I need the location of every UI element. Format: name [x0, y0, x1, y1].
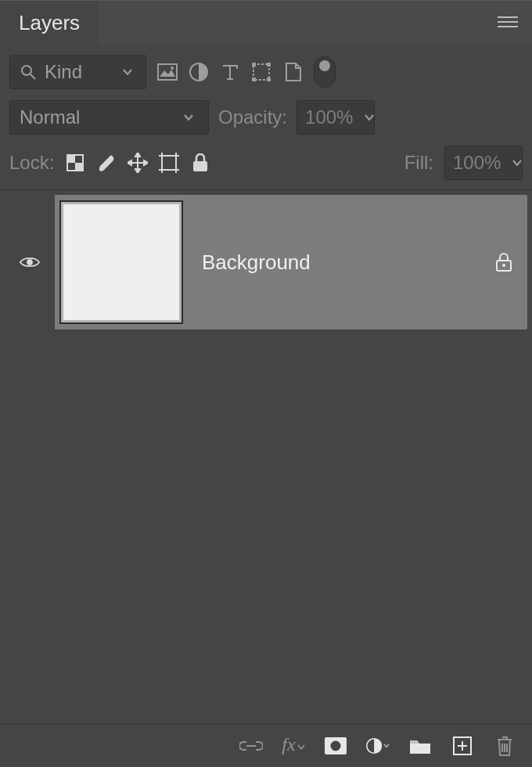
lock-transparent-icon[interactable] — [65, 153, 85, 173]
new-group-button[interactable] — [408, 734, 432, 758]
layer-visibility-toggle[interactable] — [5, 195, 55, 329]
opacity-value: 100% — [305, 106, 353, 128]
fill-value: 100% — [453, 152, 501, 174]
opacity-input[interactable]: 100% — [297, 100, 375, 135]
adjustment-layer-button[interactable] — [366, 734, 390, 758]
tab-layers-label: Layers — [19, 11, 80, 35]
svg-rect-15 — [67, 155, 75, 163]
filter-toggle[interactable] — [314, 56, 336, 88]
svg-rect-16 — [75, 163, 83, 171]
layer-lock-indicator[interactable] — [480, 252, 527, 272]
blend-row: Normal Opacity: 100% — [0, 95, 532, 141]
lock-row: Lock: Fill: 100% — [0, 141, 532, 190]
svg-point-7 — [171, 67, 174, 70]
filter-type-icon[interactable] — [220, 62, 240, 82]
filter-pixel-icon[interactable] — [157, 62, 178, 82]
delete-layer-button[interactable] — [493, 734, 516, 758]
svg-point-29 — [331, 740, 341, 751]
svg-point-4 — [22, 66, 31, 75]
fill-input[interactable]: 100% — [444, 146, 523, 180]
svg-rect-12 — [252, 77, 256, 81]
chevron-down-icon — [117, 62, 138, 82]
hamburger-icon — [498, 13, 518, 34]
blend-mode-dropdown[interactable]: Normal — [9, 100, 209, 135]
eye-icon — [20, 252, 40, 272]
layer-thumbnail[interactable] — [55, 198, 188, 326]
filter-shape-icon[interactable] — [251, 62, 271, 82]
svg-rect-19 — [162, 156, 176, 170]
opacity-label[interactable]: Opacity: — [218, 106, 287, 128]
link-layers-button[interactable] — [239, 734, 263, 758]
search-icon — [18, 62, 38, 82]
tab-layers[interactable]: Layers — [0, 1, 99, 46]
filter-row: Kind — [0, 45, 532, 95]
lock-artboard-icon[interactable] — [159, 153, 179, 173]
layer-fx-button[interactable]: fx — [282, 734, 305, 758]
panel-menu-button[interactable] — [483, 13, 532, 34]
lock-paint-icon[interactable] — [96, 153, 117, 173]
svg-rect-24 — [193, 161, 207, 171]
filter-smartobject-icon[interactable] — [282, 62, 303, 82]
chevron-down-icon — [359, 107, 379, 128]
filter-adjustment-icon[interactable] — [189, 62, 209, 82]
chevron-down-icon — [178, 107, 199, 128]
lock-icon — [494, 252, 514, 272]
blend-mode-label: Normal — [20, 106, 80, 128]
lock-all-icon[interactable] — [190, 153, 210, 173]
lock-position-icon[interactable] — [128, 153, 148, 173]
fill-label[interactable]: Fill: — [404, 152, 433, 174]
new-layer-button[interactable] — [451, 734, 474, 758]
filter-kind-label: Kind — [45, 61, 82, 83]
svg-rect-11 — [267, 63, 271, 67]
svg-point-27 — [502, 264, 505, 267]
svg-point-25 — [27, 259, 33, 265]
layer-row[interactable]: Background — [5, 195, 527, 329]
bottom-bar: fx — [0, 723, 532, 767]
layer-thumbnail-image — [59, 200, 183, 324]
filter-kind-dropdown[interactable]: Kind — [9, 55, 146, 89]
chevron-down-icon — [507, 153, 527, 173]
svg-rect-10 — [252, 63, 256, 67]
svg-line-5 — [31, 74, 35, 79]
layer-name-label[interactable]: Background — [188, 250, 480, 275]
svg-rect-6 — [158, 64, 177, 80]
lock-label: Lock: — [9, 152, 54, 174]
svg-rect-13 — [267, 77, 271, 81]
layer-list: Background — [0, 190, 532, 329]
panel-header: Layers — [0, 0, 532, 45]
layer-mask-button[interactable] — [324, 734, 347, 758]
